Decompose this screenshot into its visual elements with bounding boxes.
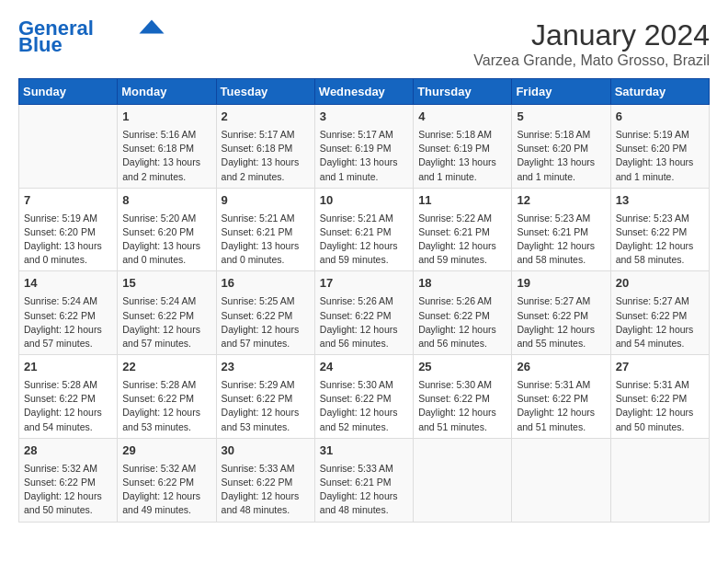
calendar-week-row: 21Sunrise: 5:28 AM Sunset: 6:22 PM Dayli… [19,355,710,439]
day-info: Sunrise: 5:27 AM Sunset: 6:22 PM Dayligh… [517,294,605,350]
day-info: Sunrise: 5:19 AM Sunset: 6:20 PM Dayligh… [24,212,112,268]
calendar-cell: 21Sunrise: 5:28 AM Sunset: 6:22 PM Dayli… [19,355,118,439]
day-info: Sunrise: 5:20 AM Sunset: 6:20 PM Dayligh… [122,212,210,268]
title-block: January 2024 Varzea Grande, Mato Grosso,… [473,18,710,69]
day-info: Sunrise: 5:27 AM Sunset: 6:22 PM Dayligh… [616,294,704,350]
day-info: Sunrise: 5:28 AM Sunset: 6:22 PM Dayligh… [122,378,210,434]
calendar-cell: 16Sunrise: 5:25 AM Sunset: 6:22 PM Dayli… [216,271,314,355]
calendar-cell: 11Sunrise: 5:22 AM Sunset: 6:21 PM Dayli… [414,188,512,271]
day-number: 10 [320,192,408,210]
day-number: 28 [24,442,112,460]
day-number: 25 [418,359,506,376]
calendar-week-row: 14Sunrise: 5:24 AM Sunset: 6:22 PM Dayli… [19,271,710,355]
calendar-cell: 26Sunrise: 5:31 AM Sunset: 6:22 PM Dayli… [512,355,610,439]
calendar-cell: 30Sunrise: 5:33 AM Sunset: 6:22 PM Dayli… [216,438,314,522]
logo-line2: Blue [18,35,63,55]
day-info: Sunrise: 5:22 AM Sunset: 6:21 PM Dayligh… [418,212,506,268]
calendar-cell: 7Sunrise: 5:19 AM Sunset: 6:20 PM Daylig… [19,188,118,271]
day-number: 18 [418,275,506,293]
calendar-cell: 31Sunrise: 5:33 AM Sunset: 6:21 PM Dayli… [314,438,413,522]
calendar-cell: 14Sunrise: 5:24 AM Sunset: 6:22 PM Dayli… [19,271,118,355]
day-info: Sunrise: 5:19 AM Sunset: 6:20 PM Dayligh… [616,128,704,184]
day-info: Sunrise: 5:30 AM Sunset: 6:22 PM Dayligh… [320,378,408,434]
calendar-week-row: 1Sunrise: 5:16 AM Sunset: 6:18 PM Daylig… [19,105,710,189]
calendar-cell: 25Sunrise: 5:30 AM Sunset: 6:22 PM Dayli… [414,355,512,439]
calendar-cell: 12Sunrise: 5:23 AM Sunset: 6:21 PM Dayli… [512,188,610,271]
day-info: Sunrise: 5:17 AM Sunset: 6:18 PM Dayligh… [222,128,310,184]
calendar-cell: 22Sunrise: 5:28 AM Sunset: 6:22 PM Dayli… [118,355,216,439]
day-info: Sunrise: 5:29 AM Sunset: 6:22 PM Dayligh… [222,378,310,434]
day-info: Sunrise: 5:30 AM Sunset: 6:22 PM Dayligh… [418,378,506,434]
day-info: Sunrise: 5:28 AM Sunset: 6:22 PM Dayligh… [24,378,112,434]
day-info: Sunrise: 5:23 AM Sunset: 6:21 PM Dayligh… [517,212,605,268]
day-number: 26 [517,359,605,376]
calendar-cell: 13Sunrise: 5:23 AM Sunset: 6:22 PM Dayli… [610,188,709,271]
day-info: Sunrise: 5:18 AM Sunset: 6:19 PM Dayligh… [418,128,506,184]
weekday-header-tuesday: Tuesday [216,79,314,105]
day-number: 6 [616,109,704,126]
calendar-cell: 17Sunrise: 5:26 AM Sunset: 6:22 PM Dayli… [314,271,413,355]
day-info: Sunrise: 5:24 AM Sunset: 6:22 PM Dayligh… [122,294,210,350]
day-number: 2 [222,109,310,126]
calendar-cell: 19Sunrise: 5:27 AM Sunset: 6:22 PM Dayli… [512,271,610,355]
calendar-cell: 5Sunrise: 5:18 AM Sunset: 6:20 PM Daylig… [512,105,610,189]
day-info: Sunrise: 5:26 AM Sunset: 6:22 PM Dayligh… [320,294,408,350]
logo-icon [138,18,165,35]
calendar-cell: 20Sunrise: 5:27 AM Sunset: 6:22 PM Dayli… [610,271,709,355]
calendar-cell: 29Sunrise: 5:32 AM Sunset: 6:22 PM Dayli… [118,438,216,522]
day-number: 22 [122,359,210,376]
calendar-table: SundayMondayTuesdayWednesdayThursdayFrid… [18,78,710,523]
day-number: 7 [24,192,112,210]
day-number: 3 [320,109,408,126]
day-info: Sunrise: 5:23 AM Sunset: 6:22 PM Dayligh… [616,212,704,268]
calendar-cell: 2Sunrise: 5:17 AM Sunset: 6:18 PM Daylig… [216,105,314,189]
day-number: 16 [222,275,310,293]
weekday-header-saturday: Saturday [610,79,709,105]
day-info: Sunrise: 5:33 AM Sunset: 6:22 PM Dayligh… [222,462,310,518]
day-number: 30 [222,442,310,460]
month-year-title: January 2024 [473,18,710,52]
calendar-week-row: 7Sunrise: 5:19 AM Sunset: 6:20 PM Daylig… [19,188,710,271]
day-info: Sunrise: 5:31 AM Sunset: 6:22 PM Dayligh… [616,378,704,434]
calendar-cell: 4Sunrise: 5:18 AM Sunset: 6:19 PM Daylig… [414,105,512,189]
day-info: Sunrise: 5:17 AM Sunset: 6:19 PM Dayligh… [320,128,408,184]
day-number: 11 [418,192,506,210]
day-number: 14 [24,275,112,293]
day-number: 21 [24,359,112,376]
day-number: 13 [616,192,704,210]
weekday-header-sunday: Sunday [19,79,118,105]
day-info: Sunrise: 5:31 AM Sunset: 6:22 PM Dayligh… [517,378,605,434]
page-header: General Blue January 2024 Varzea Grande,… [18,18,710,69]
calendar-cell: 1Sunrise: 5:16 AM Sunset: 6:18 PM Daylig… [118,105,216,189]
day-info: Sunrise: 5:32 AM Sunset: 6:22 PM Dayligh… [24,462,112,518]
calendar-cell: 8Sunrise: 5:20 AM Sunset: 6:20 PM Daylig… [118,188,216,271]
calendar-cell: 9Sunrise: 5:21 AM Sunset: 6:21 PM Daylig… [216,188,314,271]
day-info: Sunrise: 5:32 AM Sunset: 6:22 PM Dayligh… [122,462,210,518]
calendar-week-row: 28Sunrise: 5:32 AM Sunset: 6:22 PM Dayli… [19,438,710,522]
day-number: 17 [320,275,408,293]
calendar-cell [512,438,610,522]
calendar-cell [414,438,512,522]
logo: General Blue [18,18,165,55]
calendar-cell: 27Sunrise: 5:31 AM Sunset: 6:22 PM Dayli… [610,355,709,439]
calendar-cell: 18Sunrise: 5:26 AM Sunset: 6:22 PM Dayli… [414,271,512,355]
weekday-header-wednesday: Wednesday [314,79,413,105]
day-info: Sunrise: 5:24 AM Sunset: 6:22 PM Dayligh… [24,294,112,350]
day-info: Sunrise: 5:21 AM Sunset: 6:21 PM Dayligh… [222,212,310,268]
day-info: Sunrise: 5:21 AM Sunset: 6:21 PM Dayligh… [320,212,408,268]
calendar-cell: 24Sunrise: 5:30 AM Sunset: 6:22 PM Dayli… [314,355,413,439]
day-info: Sunrise: 5:26 AM Sunset: 6:22 PM Dayligh… [418,294,506,350]
day-info: Sunrise: 5:25 AM Sunset: 6:22 PM Dayligh… [222,294,310,350]
day-number: 9 [222,192,310,210]
day-number: 29 [122,442,210,460]
weekday-header-thursday: Thursday [414,79,512,105]
weekday-header-monday: Monday [118,79,216,105]
day-number: 23 [222,359,310,376]
day-number: 20 [616,275,704,293]
calendar-cell [610,438,709,522]
calendar-cell: 15Sunrise: 5:24 AM Sunset: 6:22 PM Dayli… [118,271,216,355]
day-number: 15 [122,275,210,293]
weekday-header-friday: Friday [512,79,610,105]
day-info: Sunrise: 5:18 AM Sunset: 6:20 PM Dayligh… [517,128,605,184]
day-number: 5 [517,109,605,126]
